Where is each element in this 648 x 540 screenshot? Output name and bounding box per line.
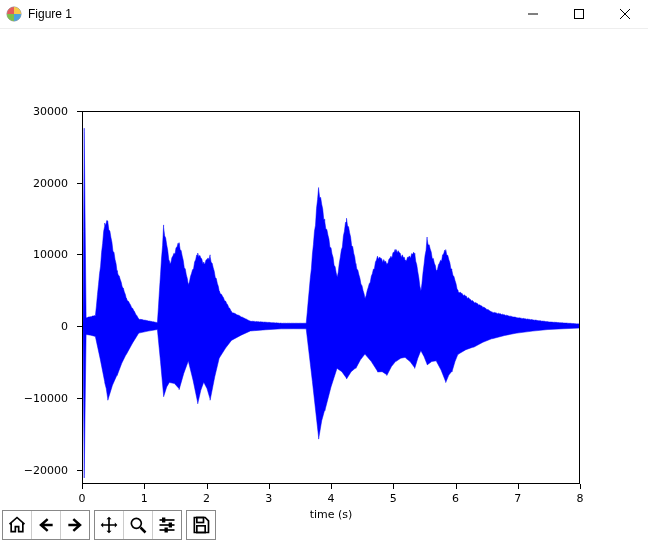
maximize-icon <box>574 9 584 19</box>
x-tick-label: 7 <box>514 492 521 505</box>
app-icon <box>6 6 22 22</box>
y-tick-label: −20000 <box>8 463 68 476</box>
x-tick-label: 3 <box>265 492 272 505</box>
minimize-icon <box>528 9 538 19</box>
svg-rect-10 <box>162 518 165 523</box>
arrow-right-icon <box>65 515 85 535</box>
svg-rect-16 <box>197 526 205 533</box>
figure-canvas[interactable]: −20000−100000100002000030000012345678 ti… <box>0 29 646 509</box>
move-icon <box>99 515 119 535</box>
x-tick-label: 2 <box>203 492 210 505</box>
window-title: Figure 1 <box>28 7 72 21</box>
home-icon <box>7 515 27 535</box>
x-tick-label: 6 <box>452 492 459 505</box>
y-tick-mark <box>77 398 82 399</box>
svg-marker-5 <box>83 128 579 478</box>
svg-rect-15 <box>197 518 204 523</box>
svg-rect-12 <box>169 523 172 528</box>
svg-line-8 <box>141 528 146 533</box>
x-tick-label: 5 <box>390 492 397 505</box>
sliders-icon <box>157 515 177 535</box>
svg-rect-14 <box>165 528 168 533</box>
y-tick-mark <box>77 326 82 327</box>
y-tick-label: 0 <box>8 320 68 333</box>
close-icon <box>620 9 630 19</box>
x-tick-mark <box>269 484 270 489</box>
x-tick-label: 4 <box>328 492 335 505</box>
x-tick-mark <box>393 484 394 489</box>
svg-point-7 <box>131 518 141 528</box>
zoom-icon <box>128 515 148 535</box>
x-tick-label: 8 <box>577 492 584 505</box>
y-tick-label: 10000 <box>8 248 68 261</box>
svg-rect-2 <box>575 10 584 19</box>
back-button[interactable] <box>32 511 61 539</box>
y-tick-label: −10000 <box>8 391 68 404</box>
x-tick-mark <box>518 484 519 489</box>
save-button[interactable] <box>187 511 215 539</box>
matplotlib-toolbar <box>0 510 222 540</box>
pan-button[interactable] <box>95 511 124 539</box>
y-tick-mark <box>77 111 82 112</box>
close-button[interactable] <box>602 0 648 28</box>
maximize-button[interactable] <box>556 0 602 28</box>
x-tick-mark <box>207 484 208 489</box>
waveform-plot <box>83 112 579 483</box>
x-tick-mark <box>580 484 581 489</box>
x-tick-mark <box>82 484 83 489</box>
window-titlebar: Figure 1 <box>0 0 648 29</box>
x-tick-mark <box>144 484 145 489</box>
x-tick-label: 0 <box>79 492 86 505</box>
y-tick-mark <box>77 254 82 255</box>
x-tick-mark <box>331 484 332 489</box>
save-icon <box>191 515 211 535</box>
minimize-button[interactable] <box>510 0 556 28</box>
forward-button[interactable] <box>61 511 89 539</box>
x-tick-label: 1 <box>141 492 148 505</box>
y-tick-label: 20000 <box>8 176 68 189</box>
y-tick-mark <box>77 470 82 471</box>
plot-axes <box>82 111 580 484</box>
configure-button[interactable] <box>153 511 181 539</box>
home-button[interactable] <box>3 511 32 539</box>
x-axis-label: time (s) <box>310 508 353 521</box>
x-tick-mark <box>456 484 457 489</box>
y-tick-mark <box>77 183 82 184</box>
zoom-button[interactable] <box>124 511 153 539</box>
y-tick-label: 30000 <box>8 105 68 118</box>
arrow-left-icon <box>36 515 56 535</box>
